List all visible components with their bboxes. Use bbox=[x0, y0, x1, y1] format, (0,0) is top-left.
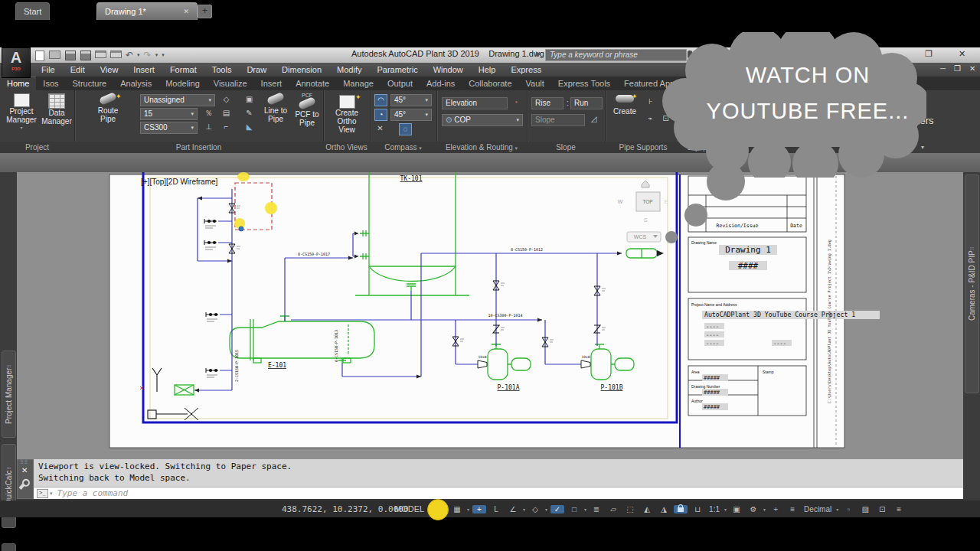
isolate-objects-icon[interactable]: ⊔ bbox=[691, 505, 704, 514]
run-input[interactable]: Run bbox=[570, 97, 603, 109]
viewcube-west-label[interactable]: W bbox=[618, 199, 623, 204]
elbow-icon[interactable]: ⌐ bbox=[220, 122, 232, 132]
transparency-icon[interactable]: ▱ bbox=[606, 505, 620, 514]
close-icon[interactable]: ✕ bbox=[969, 64, 975, 73]
compass-toggle-icon[interactable]: ◠ bbox=[374, 94, 387, 106]
object-snap-icon[interactable]: □ bbox=[567, 505, 581, 514]
sidebar-tab-properties[interactable]: Properties bbox=[2, 543, 16, 551]
clean-screen-icon[interactable]: ⊡ bbox=[875, 505, 889, 514]
tab-modeling[interactable]: Modeling bbox=[158, 77, 207, 90]
pump-a-tag[interactable]: P-101A bbox=[498, 384, 520, 391]
grid-icon[interactable]: ▦ bbox=[450, 505, 464, 514]
app-logo[interactable]: A P3D bbox=[2, 47, 31, 78]
cop-combo[interactable]: ⊙ COP▾ bbox=[442, 114, 523, 126]
compass-angle-combo[interactable]: 45°▾ bbox=[390, 94, 432, 106]
menu-file[interactable]: File bbox=[34, 65, 63, 74]
units-icon[interactable]: ≡ bbox=[786, 505, 799, 514]
drag-grip-icon[interactable]: ⠿⠿ bbox=[20, 461, 31, 464]
tag-icon[interactable]: ◇ bbox=[220, 94, 232, 105]
chevron-down-icon[interactable]: ▾ bbox=[50, 491, 53, 497]
selection-cycling-icon[interactable]: ⬚ bbox=[623, 505, 637, 514]
route-pipe-button[interactable]: ✦ Route Pipe bbox=[91, 95, 125, 123]
menu-modify[interactable]: Modify bbox=[329, 65, 369, 74]
annotation-monitor-icon[interactable]: ＋ bbox=[769, 504, 782, 514]
panel-compass-label[interactable]: Compass bbox=[384, 143, 416, 152]
viewcube-top-label[interactable]: TOP bbox=[642, 199, 652, 204]
menu-edit[interactable]: Edit bbox=[63, 65, 93, 74]
menu-draw[interactable]: Draw bbox=[239, 65, 274, 74]
tab-start[interactable]: Start bbox=[15, 2, 50, 20]
viewport-label[interactable]: [+][Top][2D Wireframe] bbox=[141, 178, 218, 186]
graphics-performance-icon[interactable]: ▨ bbox=[858, 505, 872, 514]
new-tab-button[interactable]: + bbox=[198, 5, 212, 18]
clipboard-icon[interactable]: ▤ bbox=[220, 108, 232, 119]
customize-menu-icon[interactable]: ≡ bbox=[892, 505, 906, 514]
restore-icon[interactable]: ❐ bbox=[954, 64, 961, 73]
dynamic-ucs-icon[interactable]: ◮ bbox=[657, 505, 671, 514]
line-to-pipe-button[interactable]: Line to Pipe bbox=[261, 95, 290, 123]
close-window-icon[interactable]: ✕ bbox=[959, 49, 965, 59]
panel-slope-label[interactable]: Slope bbox=[556, 143, 576, 152]
panel-project-label[interactable]: Project bbox=[25, 143, 49, 152]
tab-addins[interactable]: Add-ins bbox=[420, 77, 462, 90]
project-name-value[interactable]: AutoCADPlant 3D YouTube Course Project 1 bbox=[704, 311, 855, 318]
tank-tag[interactable]: TK-101 bbox=[400, 175, 423, 182]
menu-view[interactable]: View bbox=[93, 65, 126, 74]
project-manager-button[interactable]: Project Manager ▾ bbox=[5, 93, 38, 132]
command-input-row[interactable]: >_ ▾ Type a command bbox=[34, 487, 963, 499]
menu-format[interactable]: Format bbox=[162, 65, 204, 74]
support-edit-icon[interactable]: ⌁ bbox=[645, 113, 656, 124]
author-value[interactable]: ##### bbox=[704, 404, 720, 410]
minimize-icon[interactable]: ─ bbox=[940, 64, 946, 73]
pcf-to-pipe-button[interactable]: PCF PCF to Pipe bbox=[292, 91, 322, 127]
grip-point[interactable] bbox=[239, 227, 243, 231]
tab-collaborate[interactable]: Collaborate bbox=[462, 77, 518, 90]
close-command-icon[interactable]: ✕ bbox=[21, 466, 28, 474]
annotation-scale-value[interactable]: 1:1 bbox=[707, 505, 721, 514]
compass-snap-angle-combo[interactable]: 45°▾ bbox=[390, 109, 432, 121]
annotation-visibility-icon[interactable]: ▣ bbox=[730, 505, 743, 514]
tab-analysis[interactable]: Analysis bbox=[113, 77, 158, 90]
menu-help[interactable]: Help bbox=[471, 65, 504, 74]
slope-toggle-icon[interactable]: ％ bbox=[203, 108, 214, 119]
search-expand-icon[interactable]: ▶ bbox=[536, 50, 541, 57]
menu-dimension[interactable]: Dimension bbox=[274, 65, 329, 74]
command-history[interactable]: Viewport is view-locked. Switching to Pa… bbox=[34, 459, 963, 487]
workspace-gear-icon[interactable]: ⚙ bbox=[746, 505, 760, 514]
menu-window[interactable]: Window bbox=[426, 65, 471, 74]
drawing-canvas[interactable]: [+][Top][2D Wireframe] bbox=[17, 172, 963, 459]
viewcube-south-label[interactable]: S bbox=[644, 217, 648, 223]
isometric-drafting-icon[interactable]: ◇ bbox=[528, 505, 542, 514]
tab-annotate[interactable]: Annotate bbox=[289, 77, 336, 90]
close-tab-icon[interactable]: ✕ bbox=[183, 8, 189, 15]
spec-combo[interactable]: Unassigned▾ bbox=[140, 94, 215, 106]
ortho-icon[interactable]: L bbox=[489, 505, 503, 514]
lineweight-icon[interactable]: ≣ bbox=[590, 505, 603, 514]
substitute-icon[interactable]: ◣ bbox=[243, 122, 255, 132]
tab-insert[interactable]: Insert bbox=[254, 77, 289, 90]
slope-input[interactable]: Slope bbox=[531, 114, 585, 126]
drawing-name-value[interactable]: Drawing 1 bbox=[725, 245, 771, 255]
model-space-button[interactable]: MODEL bbox=[394, 500, 424, 517]
rise-input[interactable]: Rise bbox=[531, 97, 564, 109]
tab-express-tools[interactable]: Express Tools bbox=[551, 77, 617, 90]
pump-b-tag[interactable]: P-101B bbox=[601, 384, 623, 391]
viewcube-east-label[interactable]: E bbox=[665, 199, 668, 204]
compass-ring-icon[interactable]: ◌ bbox=[399, 123, 412, 135]
edit-icon[interactable]: ✎ bbox=[243, 108, 255, 119]
sidebar-tab-cameras[interactable]: Cameras - P&ID PIP bbox=[965, 174, 979, 393]
tab-structure[interactable]: Structure bbox=[66, 77, 114, 90]
routing-compass-icon[interactable]: ◔ bbox=[510, 97, 521, 108]
command-input[interactable]: Type a command bbox=[57, 488, 129, 498]
tab-vault[interactable]: Vault bbox=[519, 77, 551, 90]
tab-visualize[interactable]: Visualize bbox=[207, 77, 254, 90]
panel-part-insertion-label[interactable]: Part Insertion bbox=[176, 143, 221, 152]
exchanger-tag[interactable]: E-101 bbox=[268, 362, 286, 369]
dynamic-input-lock-icon[interactable] bbox=[674, 505, 688, 514]
menu-insert[interactable]: Insert bbox=[126, 65, 162, 74]
units-value[interactable]: Decimal bbox=[802, 505, 833, 514]
polar-tracking-icon[interactable]: ∠ bbox=[506, 505, 520, 514]
compass-off-icon[interactable]: ✕ bbox=[374, 123, 386, 134]
support-attach-icon[interactable]: ⊦ bbox=[645, 96, 656, 107]
tab-output[interactable]: Output bbox=[381, 77, 420, 90]
